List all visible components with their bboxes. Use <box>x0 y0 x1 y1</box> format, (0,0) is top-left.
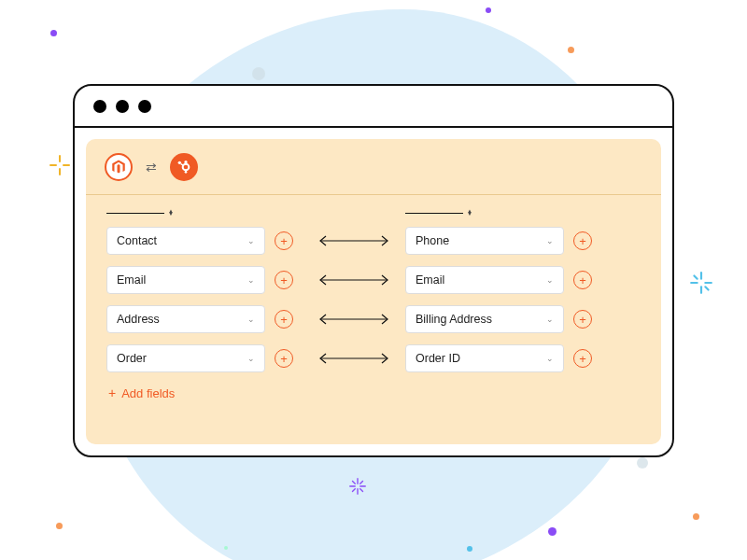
left-field-select[interactable]: Order ⌄ <box>106 344 265 372</box>
confetti-dot <box>467 546 472 552</box>
mapping-body: ▲▼ ▲▼ Contact ⌄ + <box>86 195 661 410</box>
add-left-button[interactable]: + <box>275 271 293 289</box>
mapping-panel: ⇄ ▲▼ ▲▼ <box>86 139 661 444</box>
right-field-select[interactable]: Email ⌄ <box>405 266 564 294</box>
svg-line-8 <box>694 275 697 278</box>
panel-header: ⇄ <box>86 139 661 195</box>
sparkle-icon <box>49 154 71 180</box>
field-label: Address <box>117 313 160 326</box>
chevron-down-icon: ⌄ <box>247 315 255 324</box>
field-label: Billing Address <box>416 313 492 326</box>
confetti-dot <box>50 30 57 36</box>
chevron-down-icon: ⌄ <box>247 354 255 363</box>
window-control-dot[interactable] <box>138 100 151 113</box>
bidirectional-arrow-icon <box>312 353 396 364</box>
right-field-select[interactable]: Billing Address ⌄ <box>405 305 564 333</box>
svg-point-18 <box>183 163 190 170</box>
confetti-dot <box>224 546 228 550</box>
window-titlebar <box>75 86 672 128</box>
confetti-dot <box>693 513 699 520</box>
sort-icon: ▲▼ <box>168 210 174 216</box>
add-left-button[interactable]: + <box>275 349 293 368</box>
confetti-dot <box>252 67 265 80</box>
add-fields-label: Add fields <box>121 386 175 400</box>
svg-line-9 <box>705 287 708 289</box>
right-field-select[interactable]: Phone ⌄ <box>405 227 564 255</box>
confetti-dot <box>486 7 491 13</box>
browser-window: ⇄ ▲▼ ▲▼ <box>73 84 674 457</box>
window-control-dot[interactable] <box>93 100 106 113</box>
add-left-button[interactable]: + <box>275 231 293 250</box>
right-column-header[interactable]: ▲▼ <box>405 210 564 216</box>
svg-point-19 <box>184 161 187 163</box>
mapping-row: Order ⌄ + Order ID ⌄ + <box>106 344 641 372</box>
bidirectional-arrow-icon <box>312 314 396 325</box>
confetti-dot <box>56 523 63 529</box>
window-control-dot[interactable] <box>116 100 129 113</box>
svg-line-15 <box>360 489 363 492</box>
bidirectional-arrow-icon <box>312 235 396 246</box>
mapping-row: Address ⌄ + Billing Address ⌄ + <box>106 305 641 333</box>
add-right-button[interactable]: + <box>573 231 592 250</box>
confetti-dot <box>637 457 648 469</box>
plus-icon: + <box>108 385 116 400</box>
confetti-dot <box>568 47 574 53</box>
field-label: Order ID <box>416 352 460 365</box>
chevron-down-icon: ⌄ <box>546 275 554 285</box>
sync-arrows-icon: ⇄ <box>146 161 157 174</box>
svg-line-14 <box>353 482 356 484</box>
chevron-down-icon: ⌄ <box>247 275 255 285</box>
svg-line-17 <box>353 489 356 492</box>
confetti-dot <box>548 527 557 536</box>
left-field-select[interactable]: Contact ⌄ <box>106 227 265 255</box>
svg-point-20 <box>178 161 181 163</box>
field-label: Contact <box>117 234 157 247</box>
hubspot-icon <box>170 153 198 181</box>
add-right-button[interactable]: + <box>573 271 592 289</box>
magento-icon <box>105 153 133 181</box>
field-label: Phone <box>416 234 449 247</box>
left-field-select[interactable]: Address ⌄ <box>106 305 265 333</box>
add-right-button[interactable]: + <box>573 310 592 329</box>
right-field-select[interactable]: Order ID ⌄ <box>405 344 564 372</box>
field-label: Email <box>117 273 146 287</box>
left-field-select[interactable]: Email ⌄ <box>106 266 265 294</box>
chevron-down-icon: ⌄ <box>546 236 554 245</box>
mapping-row: Contact ⌄ + Phone ⌄ + <box>106 227 641 255</box>
field-label: Order <box>117 352 147 365</box>
add-left-button[interactable]: + <box>275 310 293 329</box>
add-fields-button[interactable]: + Add fields <box>106 385 641 400</box>
sparkle-icon <box>689 271 713 299</box>
svg-line-16 <box>360 482 363 484</box>
bidirectional-arrow-icon <box>312 274 396 286</box>
column-headers: ▲▼ ▲▼ <box>106 210 641 216</box>
chevron-down-icon: ⌄ <box>247 236 255 245</box>
left-column-header[interactable]: ▲▼ <box>106 210 265 216</box>
sparkle-icon <box>347 476 368 500</box>
sort-icon: ▲▼ <box>467 210 472 216</box>
mapping-row: Email ⌄ + Email ⌄ + <box>106 266 641 294</box>
chevron-down-icon: ⌄ <box>546 354 554 363</box>
field-label: Email <box>416 273 444 287</box>
add-right-button[interactable]: + <box>573 349 592 368</box>
chevron-down-icon: ⌄ <box>546 315 554 324</box>
